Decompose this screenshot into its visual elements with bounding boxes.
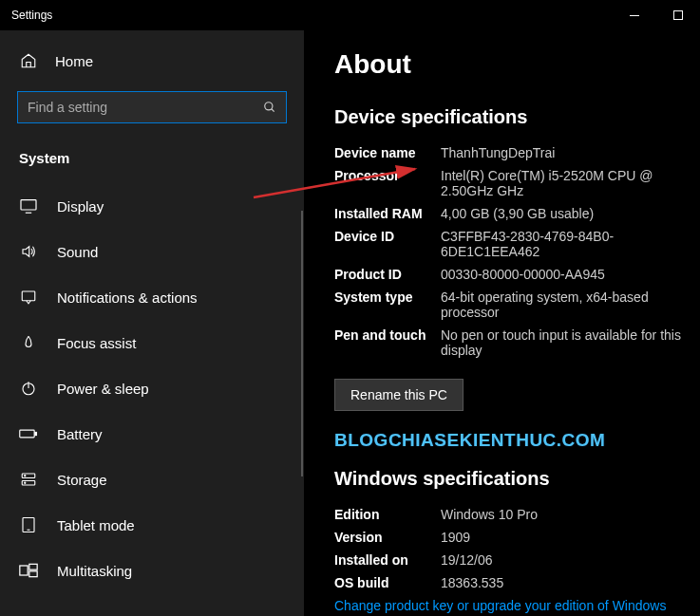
spec-edition: Edition Windows 10 Pro bbox=[334, 507, 700, 522]
spec-value: 64-bit operating system, x64-based proce… bbox=[441, 289, 700, 320]
svg-point-2 bbox=[265, 103, 273, 110]
focus-assist-icon bbox=[19, 333, 38, 352]
spec-device-id: Device ID C3FFBF43-2830-4769-84B0-6DE1C1… bbox=[334, 229, 700, 259]
spec-label: Pen and touch bbox=[334, 327, 441, 358]
search-input[interactable] bbox=[28, 100, 263, 115]
spec-label: Installed on bbox=[334, 552, 441, 568]
spec-label: Device ID bbox=[334, 229, 441, 259]
spec-value: Intel(R) Core(TM) i5-2520M CPU @ 2.50GHz… bbox=[441, 168, 700, 198]
sidebar-item-label: Storage bbox=[57, 472, 107, 488]
spec-value: ThanhTungDepTrai bbox=[441, 145, 700, 160]
sidebar-item-label: Display bbox=[57, 198, 104, 215]
svg-line-3 bbox=[272, 109, 274, 112]
window-title: Settings bbox=[11, 9, 52, 22]
rename-pc-button[interactable]: Rename this PC bbox=[334, 379, 464, 411]
sidebar-item-storage[interactable]: Storage bbox=[0, 457, 304, 502]
spec-system-type: System type 64-bit operating system, x64… bbox=[334, 289, 700, 320]
home-label: Home bbox=[55, 53, 93, 69]
sidebar-item-label: Battery bbox=[57, 426, 103, 442]
spec-value: Windows 10 Pro bbox=[441, 507, 700, 522]
spec-value: No pen or touch input is available for t… bbox=[441, 327, 700, 358]
spec-label: Version bbox=[334, 530, 441, 545]
spec-processor: Processor Intel(R) Core(TM) i5-2520M CPU… bbox=[334, 168, 700, 198]
section-label-system: System bbox=[0, 140, 304, 176]
home-icon bbox=[19, 51, 38, 70]
spec-label: Product ID bbox=[334, 267, 441, 282]
spec-installed-on: Installed on 19/12/06 bbox=[334, 552, 700, 568]
storage-icon bbox=[19, 470, 38, 489]
search-icon bbox=[263, 101, 276, 114]
multitasking-icon bbox=[19, 561, 38, 580]
sidebar-item-power-sleep[interactable]: Power & sleep bbox=[0, 365, 304, 411]
page-title: About bbox=[334, 49, 700, 80]
notifications-icon bbox=[19, 288, 38, 307]
watermark-text: BLOGCHIASEKIENTHUC.COM bbox=[334, 430, 700, 451]
sidebar-item-focus-assist[interactable]: Focus assist bbox=[0, 320, 304, 365]
sidebar-item-tablet-mode[interactable]: Tablet mode bbox=[0, 502, 304, 548]
spec-label: Installed RAM bbox=[334, 206, 441, 221]
sound-icon bbox=[19, 242, 38, 261]
search-box[interactable] bbox=[17, 91, 287, 123]
spec-label: Edition bbox=[334, 507, 441, 522]
sidebar-item-display[interactable]: Display bbox=[0, 183, 304, 229]
spec-value: 18363.535 bbox=[441, 575, 700, 590]
svg-rect-18 bbox=[29, 564, 37, 569]
sidebar-item-multitasking[interactable]: Multitasking bbox=[0, 548, 304, 593]
minimize-button[interactable] bbox=[613, 0, 656, 30]
sidebar-item-label: Power & sleep bbox=[57, 381, 149, 397]
spec-label: OS build bbox=[334, 575, 441, 590]
svg-rect-9 bbox=[20, 430, 34, 438]
sidebar: Home System Display Sound Notifica bbox=[0, 30, 304, 616]
spec-value: C3FFBF43-2830-4769-84B0-6DE1C1EEA462 bbox=[441, 229, 700, 259]
window-controls bbox=[613, 0, 700, 30]
spec-value: 4,00 GB (3,90 GB usable) bbox=[441, 206, 700, 221]
sidebar-item-sound[interactable]: Sound bbox=[0, 229, 304, 274]
spec-label: System type bbox=[334, 289, 441, 320]
svg-rect-1 bbox=[674, 11, 683, 20]
sidebar-item-notifications[interactable]: Notifications & actions bbox=[0, 274, 304, 320]
svg-rect-19 bbox=[29, 571, 37, 577]
titlebar: Settings bbox=[0, 0, 700, 30]
change-product-key-link[interactable]: Change product key or upgrade your editi… bbox=[334, 598, 700, 613]
svg-rect-6 bbox=[22, 291, 35, 301]
sidebar-item-label: Sound bbox=[57, 244, 98, 260]
spec-ram: Installed RAM 4,00 GB (3,90 GB usable) bbox=[334, 206, 700, 221]
spec-label: Processor bbox=[334, 168, 441, 198]
svg-point-13 bbox=[25, 476, 26, 476]
spec-version: Version 1909 bbox=[334, 530, 700, 545]
spec-value: 1909 bbox=[441, 530, 700, 545]
sidebar-item-label: Multitasking bbox=[57, 563, 132, 579]
maximize-button[interactable] bbox=[656, 0, 700, 30]
sidebar-item-label: Focus assist bbox=[57, 335, 136, 351]
home-nav[interactable]: Home bbox=[0, 42, 304, 80]
sidebar-item-label: Tablet mode bbox=[57, 517, 135, 533]
content-area: About Device specifications Device name … bbox=[304, 30, 700, 616]
svg-rect-10 bbox=[35, 432, 37, 435]
spec-value: 00330-80000-00000-AA945 bbox=[441, 267, 700, 282]
spec-device-name: Device name ThanhTungDepTrai bbox=[334, 145, 700, 160]
power-icon bbox=[19, 379, 38, 398]
display-icon bbox=[19, 196, 38, 215]
spec-product-id: Product ID 00330-80000-00000-AA945 bbox=[334, 267, 700, 282]
spec-label: Device name bbox=[334, 145, 441, 160]
svg-rect-4 bbox=[21, 200, 36, 210]
spec-pen-touch: Pen and touch No pen or touch input is a… bbox=[334, 327, 700, 358]
sidebar-item-label: Notifications & actions bbox=[57, 289, 198, 306]
svg-rect-0 bbox=[630, 15, 639, 16]
spec-value: 19/12/06 bbox=[441, 552, 700, 568]
scrollbar[interactable] bbox=[301, 211, 303, 476]
svg-rect-17 bbox=[20, 566, 28, 575]
tablet-icon bbox=[19, 515, 38, 534]
svg-point-14 bbox=[25, 482, 26, 483]
section-device-specs: Device specifications bbox=[334, 106, 700, 128]
spec-os-build: OS build 18363.535 bbox=[334, 575, 700, 590]
section-windows-specs: Windows specifications bbox=[334, 468, 700, 490]
battery-icon bbox=[19, 424, 38, 443]
sidebar-item-battery[interactable]: Battery bbox=[0, 411, 304, 457]
